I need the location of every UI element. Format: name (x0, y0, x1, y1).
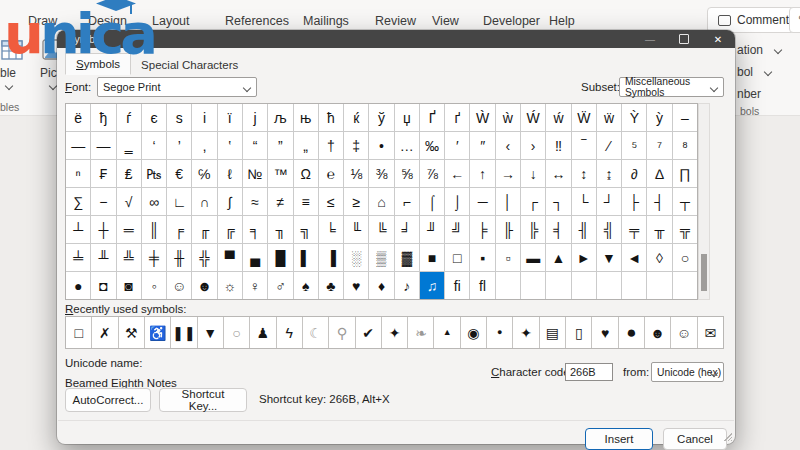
ribbon-tab-developer[interactable]: Developer (483, 14, 540, 28)
symbol-cell[interactable]: ѕ (167, 104, 191, 131)
symbol-cell[interactable]: ╔ (218, 216, 242, 243)
symbol-cell[interactable]: ▀ (218, 244, 242, 271)
symbol-cell[interactable]: ⁸ (673, 132, 697, 159)
symbol-cell[interactable]: ╬ (192, 244, 216, 271)
symbol-cell[interactable]: ♀ (243, 272, 267, 299)
awareness-ribbon-icon[interactable]: ✗ (92, 317, 117, 348)
symbol-cell[interactable]: “ (243, 132, 267, 159)
symbol-cell[interactable]: ⁿ (66, 160, 90, 187)
font-combobox[interactable]: Segoe Print (97, 77, 257, 97)
symbol-cell[interactable]: ⅛ (344, 160, 368, 187)
symbol-cell[interactable]: ↨ (597, 160, 621, 187)
symbol-cell[interactable]: ∑ (66, 188, 90, 215)
symbol-cell[interactable]: ⌐ (395, 188, 419, 215)
symbol-cell[interactable]: ╙ (344, 216, 368, 243)
symbol-cell[interactable]: ≡ (294, 188, 318, 215)
symbol-cell[interactable]: ẃ (546, 104, 570, 131)
hammer-and-wrench-icon[interactable]: ⚒ (119, 317, 144, 348)
symbol-cell[interactable]: ﬂ (470, 272, 494, 299)
symbol-cell[interactable]: ☺ (167, 272, 191, 299)
symbol-cell[interactable]: ≠ (268, 188, 292, 215)
symbol-cell[interactable]: ∆ (647, 160, 671, 187)
shield-icon[interactable]: ▼ (198, 317, 223, 348)
symbol-cell[interactable]: — (66, 132, 90, 159)
symbol-cell[interactable]: ₣ (91, 160, 115, 187)
character-code-input[interactable] (565, 363, 613, 381)
symbol-cell[interactable]: ‼ (546, 132, 570, 159)
symbol-cell[interactable]: њ (294, 104, 318, 131)
symbol-cell[interactable]: ▒ (369, 244, 393, 271)
symbol-cell[interactable]: ← (445, 160, 469, 187)
symbol-cell[interactable]: ┘ (597, 188, 621, 215)
symbol-cell[interactable]: ™ (268, 160, 292, 187)
symbol-cell[interactable]: ▓ (395, 244, 419, 271)
symbol-cell[interactable]: ≈ (243, 188, 267, 215)
symbol-cell[interactable]: ╫ (167, 244, 191, 271)
symbol-cell[interactable]: ‚ (192, 132, 216, 159)
symbol-cell[interactable]: Ґ (420, 104, 444, 131)
symbol-cell[interactable]: ⅝ (395, 160, 419, 187)
symbol-cell[interactable]: ╢ (572, 216, 596, 243)
key-icon[interactable]: ⚲ (329, 317, 354, 348)
symbol-cell[interactable]: ┼ (91, 216, 115, 243)
table-button-label[interactable]: ble (0, 66, 16, 80)
ribbon-tab-references[interactable]: References (225, 14, 289, 28)
symbol-cell[interactable]: ∩ (192, 188, 216, 215)
symbol-cell[interactable]: ј (243, 104, 267, 131)
crescent-moon-icon[interactable]: ☾ (303, 317, 328, 348)
grid-scrollbar[interactable] (698, 103, 710, 300)
heart-icon[interactable]: ♥ (592, 317, 617, 348)
symbol-cell[interactable]: ╚ (369, 216, 393, 243)
dialog-titlebar[interactable]: Symbol — ✕ (57, 30, 735, 48)
symbol-cell[interactable]: ‛ (218, 132, 242, 159)
symbol-cell[interactable]: є (142, 104, 166, 131)
square-icon[interactable]: □ (66, 317, 91, 348)
symbol-cell[interactable]: ⁷ (647, 132, 671, 159)
symbol-cell[interactable]: ╨ (91, 244, 115, 271)
symbol-cell[interactable]: ⅞ (420, 160, 444, 187)
symbol-cell[interactable]: ► (572, 244, 596, 271)
envelope-icon[interactable]: ✉ (698, 317, 723, 348)
symbol-cell[interactable]: ▼ (597, 244, 621, 271)
symbol-cell[interactable]: ≥ (344, 188, 368, 215)
symbol-cell[interactable]: ќ (344, 104, 368, 131)
symbol-cell[interactable]: ┬ (673, 188, 697, 215)
symbol-cell[interactable]: ╩ (117, 244, 141, 271)
symbol-cell[interactable]: ╞ (470, 216, 494, 243)
cancel-button[interactable]: Cancel (663, 428, 727, 450)
symbol-cell[interactable]: ├ (622, 188, 646, 215)
symbol-cell[interactable]: √ (117, 188, 141, 215)
symbol-cell[interactable]: ▐ (319, 244, 343, 271)
four-pointed-star-bold-icon[interactable]: ✦ (513, 317, 538, 348)
symbol-cell[interactable]: ═ (117, 216, 141, 243)
symbol-cell[interactable]: ⌂ (369, 188, 393, 215)
check-mark-icon[interactable]: ✔ (356, 317, 381, 348)
symbol-cell[interactable]: ₧ (142, 160, 166, 187)
symbol-cell[interactable]: ▌ (294, 244, 318, 271)
pause-icon[interactable]: ❚❚ (171, 317, 196, 348)
symbol-cell[interactable] (496, 272, 520, 299)
symbol-cell[interactable]: ℮ (319, 160, 343, 187)
table-dropdown-chevron-icon[interactable] (5, 82, 13, 90)
symbol-cell[interactable]: ѓ (117, 104, 141, 131)
symbol-cell[interactable]: ♣ (319, 272, 343, 299)
symbol-cell[interactable]: ┐ (546, 188, 570, 215)
symbol-cell[interactable]: ╓ (192, 216, 216, 243)
equation-button-label[interactable]: ation (737, 43, 763, 57)
symbol-cell[interactable]: ′ (445, 132, 469, 159)
four-pointed-star-icon[interactable]: ✦ (382, 317, 407, 348)
subset-combobox[interactable]: Miscellaneous Symbols (619, 77, 724, 97)
symbol-cell-selected[interactable]: ♫ (420, 272, 444, 299)
symbol-cell[interactable]: ▲ (546, 244, 570, 271)
symbol-cell[interactable]: ỳ (647, 104, 671, 131)
symbol-cell[interactable]: ‹ (496, 132, 520, 159)
symbol-cell[interactable]: ♪ (395, 272, 419, 299)
symbol-cell[interactable]: ╖ (268, 216, 292, 243)
symbol-cell[interactable]: ▫ (496, 244, 520, 271)
symbol-cell[interactable]: ≤ (319, 188, 343, 215)
globe-icon[interactable]: ◉ (461, 317, 486, 348)
symbol-cell[interactable]: ▪ (470, 244, 494, 271)
symbol-cell[interactable]: ⌡ (445, 188, 469, 215)
symbol-cell[interactable]: ╕ (243, 216, 267, 243)
person-icon[interactable]: ♟ (250, 317, 275, 348)
